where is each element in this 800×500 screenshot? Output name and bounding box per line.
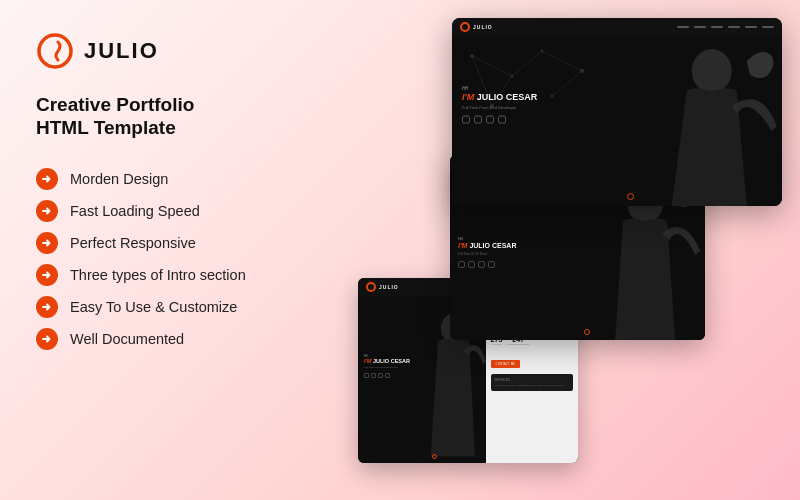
- mobile-subtitle: Full Time Front End Developer: [364, 366, 410, 369]
- feature-item-fast-loading: Fast Loading Speed: [36, 200, 324, 222]
- mobile-social-1: [364, 373, 369, 378]
- tablet-greeting: Hi!: [458, 236, 516, 241]
- mockup-desktop: JULIO: [452, 18, 782, 206]
- feature-item-responsive: Perfect Responsive: [36, 232, 324, 254]
- mockup-desktop-hero: Hi! I'M JULIO CESAR Full Time Front End …: [452, 36, 782, 206]
- svg-line-9: [512, 51, 542, 76]
- tablet-social-3: [478, 261, 485, 268]
- logo-area[interactable]: JULIO: [36, 32, 324, 70]
- tablet-name: I'M JULIO CESAR: [458, 242, 516, 250]
- mockup-nav-logo-text: JULIO: [473, 24, 493, 30]
- mockup-mobile-logo-icon: [366, 282, 376, 292]
- mockup-desktop-text: Hi! I'M JULIO CESAR Full Time Front End …: [462, 85, 537, 124]
- arrow-icon-responsive: [36, 232, 58, 254]
- person-area: [601, 36, 783, 206]
- feature-label-fast-loading: Fast Loading Speed: [70, 203, 200, 219]
- feature-label-modern-design: Morden Design: [70, 171, 168, 187]
- svg-line-10: [542, 51, 582, 71]
- stat-projects-label: Completed Projects: [507, 343, 529, 346]
- feature-label-documented: Well Documented: [70, 331, 184, 347]
- social-tw: [474, 115, 482, 123]
- arrow-icon-fast-loading: [36, 200, 58, 222]
- tablet-social-2: [468, 261, 475, 268]
- svg-point-13: [691, 49, 731, 93]
- mobile-social-2: [371, 373, 376, 378]
- feature-label-customize: Easy To Use & Customize: [70, 299, 237, 315]
- arrow-icon-intro-types: [36, 264, 58, 286]
- feature-label-responsive: Perfect Responsive: [70, 235, 196, 251]
- feature-item-modern-design: Morden Design: [36, 168, 324, 190]
- features-list: Morden Design Fast Loading Speed Perfect…: [36, 168, 324, 350]
- services-text: SERVICES: [495, 378, 569, 382]
- social-fb: [462, 115, 470, 123]
- mockup-subtitle: Full Time Front End Developer: [462, 104, 537, 109]
- mobile-name: I'M JULIO CESAR: [364, 358, 410, 364]
- mockup-nav-logo-icon: [460, 22, 470, 32]
- feature-label-intro-types: Three types of Intro section: [70, 267, 246, 283]
- mobile-social-4: [385, 373, 390, 378]
- mockup-tablet-text: Hi! I'M JULIO CESAR Full Time UI UX Devd: [458, 236, 516, 268]
- arrow-icon-customize: [36, 296, 58, 318]
- mockup-mobile-logo-text: JULIO: [379, 284, 399, 290]
- mockup-nav-link-4: [728, 26, 740, 28]
- social-in: [486, 115, 494, 123]
- svg-line-7: [472, 56, 512, 76]
- svg-line-11: [552, 71, 582, 96]
- mockup-social-icons: [462, 115, 537, 123]
- right-panel: JULIO: [340, 0, 800, 500]
- julio-logo-icon: [36, 32, 74, 70]
- feature-item-customize: Easy To Use & Customize: [36, 296, 324, 318]
- mobile-social-3: [378, 373, 383, 378]
- stat-clients-label: All Clients: [491, 343, 503, 346]
- mobile-social-icons: [364, 373, 410, 378]
- tagline: Creative Portfolio HTML Template: [36, 94, 324, 140]
- feature-item-intro-types: Three types of Intro section: [36, 264, 324, 286]
- mockup-nav-link-2: [694, 26, 706, 28]
- feature-item-documented: Well Documented: [36, 328, 324, 350]
- mockup-name: I'M JULIO CESAR: [462, 93, 537, 103]
- tablet-social-icons: [458, 261, 516, 268]
- left-panel: JULIO Creative Portfolio HTML Template M…: [0, 0, 360, 500]
- arrow-icon-documented: [36, 328, 58, 350]
- tablet-social-4: [488, 261, 495, 268]
- mockup-greeting: Hi!: [462, 85, 537, 91]
- svg-point-0: [39, 35, 71, 67]
- tablet-subtitle: Full Time UI UX Devd: [458, 252, 516, 256]
- arrow-icon-modern-design: [36, 168, 58, 190]
- mockup-nav-link-3: [711, 26, 723, 28]
- mockup-nav-logo: JULIO: [460, 22, 493, 32]
- contact-button[interactable]: CONTACT ME: [491, 360, 521, 368]
- brand-name: JULIO: [84, 38, 159, 64]
- mockup-nav-link-5: [745, 26, 757, 28]
- tagline-line2: HTML Template: [36, 117, 324, 140]
- dot-nav-desktop: [627, 193, 634, 200]
- mobile-hero-text: Hi! I'M JULIO CESAR Full Time Front End …: [364, 354, 410, 378]
- mockup-nav-link-6: [762, 26, 774, 28]
- social-gp: [498, 115, 506, 123]
- mockup-desktop-nav: JULIO: [452, 18, 782, 36]
- tagline-line1: Creative Portfolio: [36, 94, 324, 117]
- mockup-nav-links: [677, 26, 774, 28]
- tablet-social-1: [458, 261, 465, 268]
- services-desc: Providing all, web, 360...We specialize …: [495, 384, 569, 387]
- person-silhouette: [601, 36, 783, 206]
- services-hint: SERVICES Providing all, web, 360...We sp…: [491, 374, 573, 391]
- mockup-nav-link-1: [677, 26, 689, 28]
- mockup-mobile-nav-logo: JULIO: [366, 282, 399, 292]
